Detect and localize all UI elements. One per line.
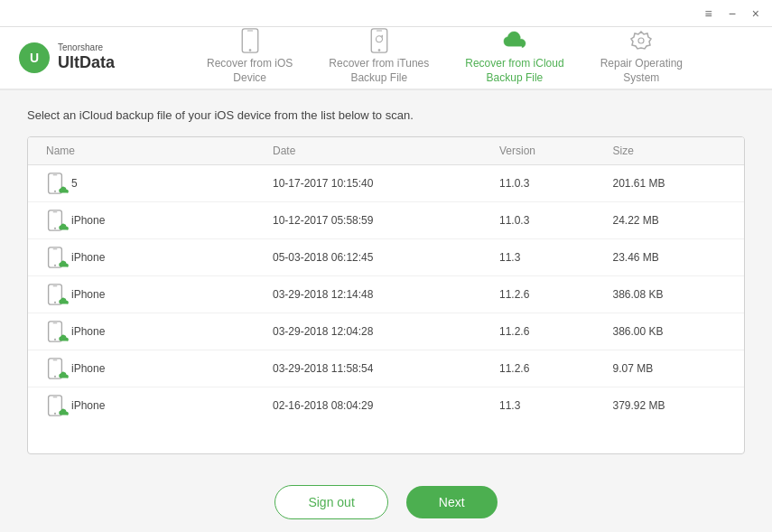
device-icon: [46, 210, 64, 231]
svg-point-7: [377, 49, 380, 51]
date-cell: 10-12-2017 05:58:59: [273, 214, 499, 227]
table-row[interactable]: iPhone03-29-2018 12:14:4811.2.6386.08 KB: [28, 276, 744, 313]
device-icon: [46, 358, 64, 379]
tab-itunes[interactable]: Recover from iTunesBackup File: [311, 19, 447, 97]
size-cell: 24.22 MB: [613, 214, 727, 227]
svg-point-29: [54, 376, 56, 378]
size-cell: 379.92 MB: [613, 399, 727, 412]
version-cell: 11.0.3: [499, 214, 613, 227]
name-cell: iPhone: [46, 321, 273, 342]
table-row[interactable]: 510-17-2017 10:15:4011.0.3201.61 MB: [28, 165, 744, 202]
size-cell: 386.08 KB: [613, 288, 727, 301]
logo-icon: U: [18, 42, 51, 74]
table-header: Name Date Version Size: [28, 137, 744, 165]
size-cell: 386.00 KB: [613, 325, 727, 338]
tab-itunes-label: Recover from iTunesBackup File: [329, 57, 429, 85]
svg-point-23: [54, 302, 56, 303]
col-header-date: Date: [273, 145, 499, 157]
backup-table: Name Date Version Size 510-17-2017 10:15…: [27, 136, 745, 454]
table-row[interactable]: iPhone03-29-2018 12:04:2811.2.6386.00 KB: [28, 313, 744, 350]
tab-repair-label: Repair OperatingSystem: [600, 57, 683, 85]
name-cell: iPhone: [46, 247, 273, 268]
name-cell: 5: [46, 173, 273, 194]
logo: U Tenorshare UltData: [18, 42, 135, 74]
footer: Sign out Next: [0, 472, 772, 532]
device-name: iPhone: [71, 251, 105, 264]
cloud-badge-icon: [59, 332, 70, 345]
date-cell: 03-29-2018 11:58:54: [273, 362, 499, 375]
svg-point-14: [54, 191, 56, 192]
version-cell: 11.2.6: [499, 362, 613, 375]
table-row[interactable]: iPhone05-03-2018 06:12:4511.323.46 MB: [28, 239, 744, 276]
device-name: iPhone: [71, 362, 105, 375]
cloud-badge-icon: [59, 406, 70, 419]
svg-point-32: [54, 413, 56, 415]
table-row[interactable]: iPhone03-29-2018 11:58:5411.2.69.07 MB: [28, 350, 744, 387]
date-cell: 03-29-2018 12:04:28: [273, 325, 499, 338]
svg-point-4: [248, 49, 251, 51]
signout-button[interactable]: Sign out: [274, 485, 387, 519]
header: U Tenorshare UltData Recover from iOSDev…: [0, 27, 772, 90]
date-cell: 10-17-2017 10:15:40: [273, 177, 499, 190]
tab-icloud-label: Recover from iCloudBackup File: [465, 57, 563, 85]
cloud-badge-icon: [59, 184, 70, 197]
name-cell: iPhone: [46, 358, 273, 379]
version-cell: 11.2.6: [499, 288, 613, 301]
date-cell: 05-03-2018 06:12:45: [273, 251, 499, 264]
table-row[interactable]: iPhone02-16-2018 08:04:2911.3379.92 MB: [28, 387, 744, 424]
cloud-badge-icon: [59, 369, 70, 382]
cloud-badge-icon: [59, 258, 70, 271]
svg-text:U: U: [30, 51, 39, 65]
tab-repair[interactable]: Repair OperatingSystem: [582, 19, 701, 97]
device-icon: [46, 173, 64, 194]
device-name: 5: [71, 177, 78, 190]
name-cell: iPhone: [46, 210, 273, 231]
table-row[interactable]: iPhone10-12-2017 05:58:5911.0.324.22 MB: [28, 202, 744, 239]
tab-ios-label: Recover from iOSDevice: [207, 57, 293, 85]
next-button[interactable]: Next: [406, 486, 498, 518]
nav-tabs: Recover from iOSDevice Recover from iTun…: [135, 19, 754, 97]
version-cell: 11.3: [499, 399, 613, 412]
col-header-version: Version: [499, 145, 613, 157]
table-body: 510-17-2017 10:15:4011.0.3201.61 MB iPho…: [28, 165, 744, 424]
name-cell: iPhone: [46, 395, 273, 416]
size-cell: 23.46 MB: [613, 251, 727, 264]
svg-point-17: [54, 228, 56, 229]
date-cell: 02-16-2018 08:04:29: [273, 399, 499, 412]
device-icon: [46, 395, 64, 416]
device-name: iPhone: [71, 325, 105, 338]
name-cell: iPhone: [46, 284, 273, 305]
cloud-badge-icon: [59, 295, 70, 308]
svg-point-20: [54, 265, 56, 266]
version-cell: 11.3: [499, 251, 613, 264]
size-cell: 201.61 MB: [613, 177, 727, 190]
size-cell: 9.07 MB: [613, 362, 727, 375]
device-icon: [46, 284, 64, 305]
date-cell: 03-29-2018 12:14:48: [273, 288, 499, 301]
cloud-badge-icon: [59, 221, 70, 234]
version-cell: 11.0.3: [499, 177, 613, 190]
device-name: iPhone: [71, 288, 105, 301]
svg-point-26: [54, 339, 56, 341]
version-cell: 11.2.6: [499, 325, 613, 338]
product-name: UltData: [58, 53, 115, 73]
device-icon: [46, 321, 64, 342]
main-content: Select an iCloud backup file of your iOS…: [0, 90, 772, 472]
instruction-text: Select an iCloud backup file of your iOS…: [27, 108, 745, 122]
tab-icloud[interactable]: Recover from iCloudBackup File: [447, 19, 581, 97]
device-name: iPhone: [71, 214, 105, 227]
device-name: iPhone: [71, 399, 105, 412]
col-header-name: Name: [46, 145, 273, 157]
col-header-size: Size: [613, 145, 727, 157]
brand-name: Tenorshare: [58, 42, 115, 53]
device-icon: [46, 247, 64, 268]
tab-ios[interactable]: Recover from iOSDevice: [189, 19, 311, 97]
